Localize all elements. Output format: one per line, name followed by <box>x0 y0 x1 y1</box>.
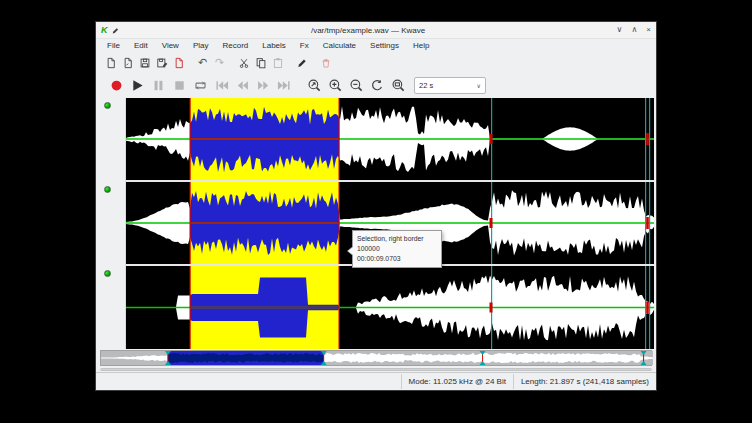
record-button[interactable] <box>106 75 127 96</box>
trash-icon <box>320 57 332 69</box>
skip-end-icon <box>277 78 292 93</box>
file-save-as-button[interactable] <box>153 55 170 71</box>
kwave-window: K /var/tmp/example.wav — Kwave ∨∧× FileE… <box>96 22 656 390</box>
zoom-reset-icon <box>370 78 385 93</box>
copy-icon <box>255 57 267 69</box>
zoom-in-icon <box>328 78 343 93</box>
delete-button[interactable] <box>317 55 334 71</box>
track-3-enabled-led[interactable] <box>104 270 111 277</box>
file-close-button[interactable] <box>170 55 187 71</box>
window-title: /var/tmp/example.wav — Kwave <box>124 26 613 35</box>
menu-record[interactable]: Record <box>215 39 255 53</box>
save-icon <box>139 57 151 69</box>
pause-icon <box>151 78 166 93</box>
selection-tooltip: Selection, right border 100000 00:00:09.… <box>352 230 442 268</box>
track-3-waveform[interactable] <box>126 266 654 349</box>
doc-new-icon <box>105 57 117 69</box>
zoom-out-button[interactable] <box>346 75 367 96</box>
tracks-container <box>126 98 654 349</box>
zoom-in-button[interactable] <box>325 75 346 96</box>
menu-fx[interactable]: Fx <box>293 39 316 53</box>
record-icon <box>109 78 124 93</box>
menubar: FileEditViewPlayRecordLabelsFxCalculateS… <box>96 39 656 53</box>
close-button[interactable]: × <box>646 22 651 38</box>
zoom-all-icon <box>391 78 406 93</box>
pin-icon <box>111 26 120 35</box>
zoom-combo-value: 22 s <box>419 81 433 90</box>
stop-icon <box>172 78 187 93</box>
status-mode: Mode: 11.025 kHz @ 24 Bit <box>401 374 513 389</box>
zoom-all-button[interactable] <box>388 75 409 96</box>
menu-labels[interactable]: Labels <box>255 39 293 53</box>
draw-button[interactable] <box>293 55 310 71</box>
kwave-app-icon: K <box>101 22 108 38</box>
cut-icon <box>238 57 250 69</box>
rewind-icon <box>235 78 250 93</box>
titlebar[interactable]: K /var/tmp/example.wav — Kwave ∨∧× <box>96 22 656 39</box>
pen-icon <box>296 57 308 69</box>
overview-bar[interactable] <box>100 350 652 366</box>
maximize-button[interactable]: ∧ <box>631 22 637 38</box>
track-controls-strip <box>96 98 126 349</box>
rewind-button[interactable] <box>232 75 253 96</box>
skip-start-icon <box>214 78 229 93</box>
menu-help[interactable]: Help <box>406 39 436 53</box>
copy-button[interactable] <box>252 55 269 71</box>
track-2-enabled-led[interactable] <box>104 186 111 193</box>
tooltip-samples: 100000 <box>357 244 437 254</box>
zoom-out-icon <box>349 78 364 93</box>
horizontal-scrollbar[interactable] <box>100 368 652 371</box>
doc-close-icon <box>173 57 185 69</box>
signal-area <box>96 98 656 349</box>
zoom-selection-icon <box>307 78 322 93</box>
stop-button[interactable] <box>169 75 190 96</box>
play-icon <box>130 78 145 93</box>
track-1-waveform[interactable] <box>126 98 654 180</box>
playback-toolbar: 22 s∨ <box>96 72 656 98</box>
file-save-button[interactable] <box>136 55 153 71</box>
file-new-button[interactable] <box>102 55 119 71</box>
zoom-combo[interactable]: 22 s∨ <box>414 77 486 94</box>
status-length: Length: 21.897 s (241,418 samples) <box>513 374 656 389</box>
statusbar: Mode: 11.025 kHz @ 24 Bit Length: 21.897… <box>96 372 656 390</box>
menu-calculate[interactable]: Calculate <box>316 39 363 53</box>
skip-to-start-button[interactable] <box>211 75 232 96</box>
chevron-down-icon: ∨ <box>477 82 481 89</box>
desktop-background: K /var/tmp/example.wav — Kwave ∨∧× FileE… <box>0 0 752 423</box>
track-1-enabled-led[interactable] <box>104 102 111 109</box>
pause-button[interactable] <box>148 75 169 96</box>
menu-file[interactable]: File <box>100 39 127 53</box>
file-open-button[interactable] <box>119 55 136 71</box>
menu-edit[interactable]: Edit <box>127 39 155 53</box>
undo-button[interactable]: ↶ <box>194 55 211 71</box>
play-button[interactable] <box>127 75 148 96</box>
forward-button[interactable] <box>253 75 274 96</box>
minimize-button[interactable]: ∨ <box>617 22 623 38</box>
loop-button[interactable] <box>190 75 211 96</box>
save-as-icon <box>156 57 168 69</box>
menu-view[interactable]: View <box>155 39 186 53</box>
paste-button[interactable] <box>269 55 286 71</box>
menu-settings[interactable]: Settings <box>363 39 406 53</box>
cut-button[interactable] <box>235 55 252 71</box>
zoom-to-selection-button[interactable] <box>304 75 325 96</box>
forward-icon <box>256 78 271 93</box>
tooltip-time: 00:00:09.0703 <box>357 254 437 264</box>
main-toolbar: ↶↷ <box>96 53 656 72</box>
redo-icon: ↷ <box>215 57 224 69</box>
menu-play[interactable]: Play <box>186 39 216 53</box>
paste-icon <box>272 57 284 69</box>
doc-open-icon <box>122 57 134 69</box>
loop-icon <box>193 78 208 93</box>
zoom-to-100-button[interactable] <box>367 75 388 96</box>
skip-to-end-button[interactable] <box>274 75 295 96</box>
redo-button[interactable]: ↷ <box>211 55 228 71</box>
tooltip-title: Selection, right border <box>357 234 437 244</box>
undo-icon: ↶ <box>198 57 207 69</box>
